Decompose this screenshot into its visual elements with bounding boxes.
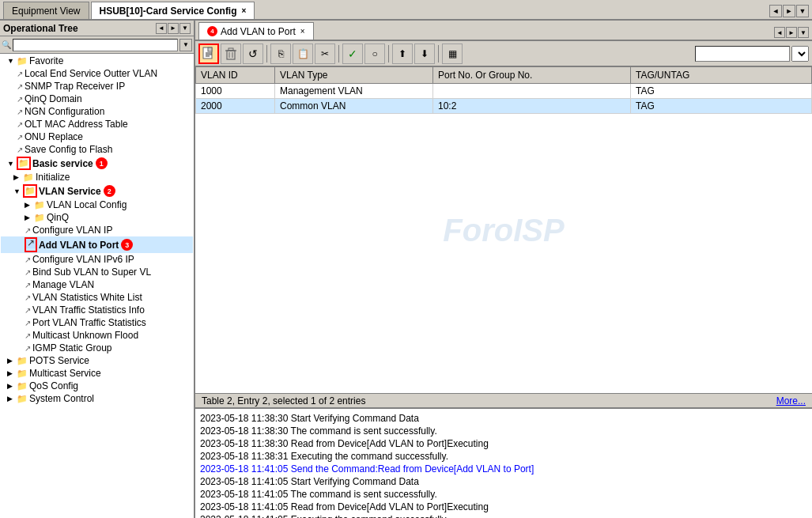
log-area: 2023-05-18 11:38:30 Start Verifying Comm… bbox=[195, 407, 812, 518]
panel-nav-left[interactable]: ◄ bbox=[156, 23, 167, 34]
expand-vlan-service[interactable]: ▼ bbox=[13, 187, 23, 195]
more-link[interactable]: More... bbox=[776, 395, 806, 406]
tree-item-snmp[interactable]: ↗ SNMP Trap Receiver IP bbox=[1, 80, 193, 93]
panel-nav-down[interactable]: ▼ bbox=[179, 23, 191, 34]
expand-system-control[interactable]: ▶ bbox=[7, 395, 17, 403]
search-input[interactable] bbox=[13, 39, 178, 51]
panel-header-label: Operational Tree bbox=[3, 23, 78, 34]
expand-initialize[interactable]: ▶ bbox=[13, 173, 23, 181]
tree-item-initialize[interactable]: ▶ 📁 Initialize bbox=[1, 171, 193, 183]
tree-item-olt-mac[interactable]: ↗ OLT MAC Address Table bbox=[1, 118, 193, 130]
copy-button[interactable]: ⎘ bbox=[270, 43, 291, 64]
folder-icon-sc: 📁 bbox=[17, 394, 28, 404]
log-line-5: 2023-05-18 11:41:05 Send the Command:Rea… bbox=[200, 463, 807, 475]
tree-item-favorite[interactable]: ▼ 📁 Favorite bbox=[1, 55, 193, 67]
expand-vlan-local[interactable]: ▶ bbox=[25, 201, 34, 209]
table-row[interactable]: 1000 Management VLAN TAG bbox=[196, 84, 812, 99]
log-line-9: 2023-05-18 11:41:05 Executing the comman… bbox=[200, 513, 807, 518]
badge-3: 3 bbox=[121, 239, 133, 251]
upload-button[interactable]: ⬆ bbox=[392, 43, 413, 64]
link-icon-bsv: ↗ bbox=[25, 268, 31, 277]
folder-icon-vlc: 📁 bbox=[34, 200, 45, 210]
link-icon-avtp: ↗ bbox=[25, 237, 37, 252]
main-table: VLAN ID VLAN Type Port No. Or Group No. … bbox=[195, 66, 812, 114]
expand-favorite[interactable]: ▼ bbox=[7, 57, 17, 65]
tree-item-bind-sub-vlan[interactable]: ↗ Bind Sub VLAN to Super VL bbox=[1, 266, 193, 278]
expand-multicast-service[interactable]: ▶ bbox=[7, 369, 17, 377]
tab-card-service-config[interactable]: HSUB[10]-Card Service Config × bbox=[91, 2, 255, 19]
delete-button[interactable] bbox=[221, 43, 241, 64]
apply-button[interactable]: ✓ bbox=[342, 43, 363, 64]
folder-icon: 📁 bbox=[17, 56, 28, 66]
tree-item-configure-vlan-ipv6[interactable]: ↗ Configure VLAN IPv6 IP bbox=[1, 253, 193, 266]
tree-item-vlan-service[interactable]: ▼ 📁 VLAN Service 2 bbox=[1, 183, 193, 199]
tree-item-save-config[interactable]: ↗ Save Config to Flash bbox=[1, 143, 193, 156]
cut-button[interactable]: ✂ bbox=[315, 43, 335, 64]
new-button[interactable] bbox=[198, 43, 219, 64]
toolbar-sep-2 bbox=[338, 45, 339, 62]
content-nav-list[interactable]: ▼ bbox=[798, 27, 809, 38]
tree-label-initialize: Initialize bbox=[36, 172, 70, 183]
tree-item-manage-vlan[interactable]: ↗ Manage VLAN bbox=[1, 278, 193, 291]
filter-button[interactable]: ▦ bbox=[442, 43, 463, 64]
search-icon: 🔍 bbox=[2, 40, 11, 49]
tree-item-multicast-service[interactable]: ▶ 📁 Multicast Service bbox=[1, 367, 193, 380]
tree-label-port-vlan-traffic: Port VLAN Traffic Statistics bbox=[32, 317, 146, 328]
folder-icon-qos: 📁 bbox=[17, 381, 28, 391]
search-dropdown[interactable]: ▼ bbox=[179, 39, 192, 51]
tree-item-qinq[interactable]: ▶ 📁 QinQ bbox=[1, 211, 193, 224]
tree-label-qinq: QinQ bbox=[47, 212, 69, 223]
col-tag-untag: TAG/UNTAG bbox=[631, 67, 812, 84]
cell-vlan-type-1: Management VLAN bbox=[275, 84, 433, 99]
link-icon3: ↗ bbox=[17, 95, 23, 104]
tab-nav-list[interactable]: ▼ bbox=[796, 5, 809, 17]
tree-item-basic-service[interactable]: ▼ 📁 Basic service 1 bbox=[1, 156, 193, 171]
cancel-button[interactable]: ○ bbox=[364, 43, 385, 64]
content-tab-add-vlan[interactable]: 4 Add VLAN to Port × bbox=[198, 22, 314, 40]
tree-item-port-vlan-traffic[interactable]: ↗ Port VLAN Traffic Statistics bbox=[1, 316, 193, 329]
content-nav-left[interactable]: ◄ bbox=[774, 27, 785, 38]
tree-item-configure-vlan-ip[interactable]: ↗ Configure VLAN IP bbox=[1, 224, 193, 236]
link-icon7: ↗ bbox=[17, 146, 23, 154]
table-row[interactable]: 2000 Common VLAN 10:2 TAG bbox=[196, 99, 812, 114]
tab-card-service-close[interactable]: × bbox=[242, 6, 247, 15]
expand-pots[interactable]: ▶ bbox=[7, 357, 17, 365]
tree-item-vlan-local-config[interactable]: ▶ 📁 VLAN Local Config bbox=[1, 199, 193, 211]
tab-equipment-view[interactable]: Equipment View bbox=[3, 2, 89, 19]
expand-qos[interactable]: ▶ bbox=[7, 382, 17, 390]
tree-item-pots-service[interactable]: ▶ 📁 POTS Service bbox=[1, 354, 193, 367]
tree-label-basic-service: Basic service bbox=[32, 158, 93, 169]
tab-nav-right[interactable]: ► bbox=[783, 5, 795, 17]
toolbar-sep-3 bbox=[388, 45, 389, 62]
tree-item-system-control[interactable]: ▶ 📁 System Control bbox=[1, 392, 193, 405]
content-nav-right[interactable]: ► bbox=[786, 27, 797, 38]
badge-1: 1 bbox=[96, 157, 108, 169]
tree-item-qos-config[interactable]: ▶ 📁 QoS Config bbox=[1, 380, 193, 392]
tree-item-add-vlan-to-port[interactable]: ↗ Add VLAN to Port 3 bbox=[1, 236, 193, 253]
tree-item-vlan-traffic[interactable]: ↗ VLAN Traffic Statistics Info bbox=[1, 304, 193, 316]
tree-label-onu-replace: ONU Replace bbox=[25, 131, 83, 142]
content-search-input[interactable] bbox=[695, 46, 790, 62]
download-button[interactable]: ⬇ bbox=[414, 43, 435, 64]
tree-item-local-end[interactable]: ↗ Local End Service Outter VLAN bbox=[1, 67, 193, 80]
status-text: Table 2, Entry 2, selected 1 of 2 entrie… bbox=[202, 395, 365, 406]
panel-nav-right[interactable]: ► bbox=[168, 23, 179, 34]
tab-nav-left[interactable]: ◄ bbox=[769, 5, 782, 17]
content-tab-close[interactable]: × bbox=[300, 27, 305, 36]
tree-item-vlan-stats-white[interactable]: ↗ VLAN Statistics White List bbox=[1, 291, 193, 304]
tree-item-ngn[interactable]: ↗ NGN Configuration bbox=[1, 105, 193, 118]
tree-item-onu-replace[interactable]: ↗ ONU Replace bbox=[1, 130, 193, 143]
tab-card-service-label: HSUB[10]-Card Service Config bbox=[100, 6, 237, 17]
toolbar-sep-1 bbox=[266, 45, 267, 62]
tree-label-local-end: Local End Service Outter VLAN bbox=[25, 68, 157, 79]
cell-tag-untag-2: TAG bbox=[631, 99, 812, 114]
refresh-button[interactable]: ↺ bbox=[243, 43, 263, 64]
tree-item-qinq-domain[interactable]: ↗ QinQ Domain bbox=[1, 93, 193, 105]
tree-label-system-control: System Control bbox=[29, 393, 94, 404]
content-search-dropdown[interactable] bbox=[791, 46, 809, 62]
paste-button[interactable]: 📋 bbox=[293, 43, 313, 64]
tree-item-multicast-unknown[interactable]: ↗ Multicast Unknown Flood bbox=[1, 329, 193, 342]
tree-item-igmp-static[interactable]: ↗ IGMP Static Group bbox=[1, 342, 193, 354]
expand-qinq[interactable]: ▶ bbox=[25, 214, 34, 221]
expand-basic-service[interactable]: ▼ bbox=[7, 160, 17, 168]
